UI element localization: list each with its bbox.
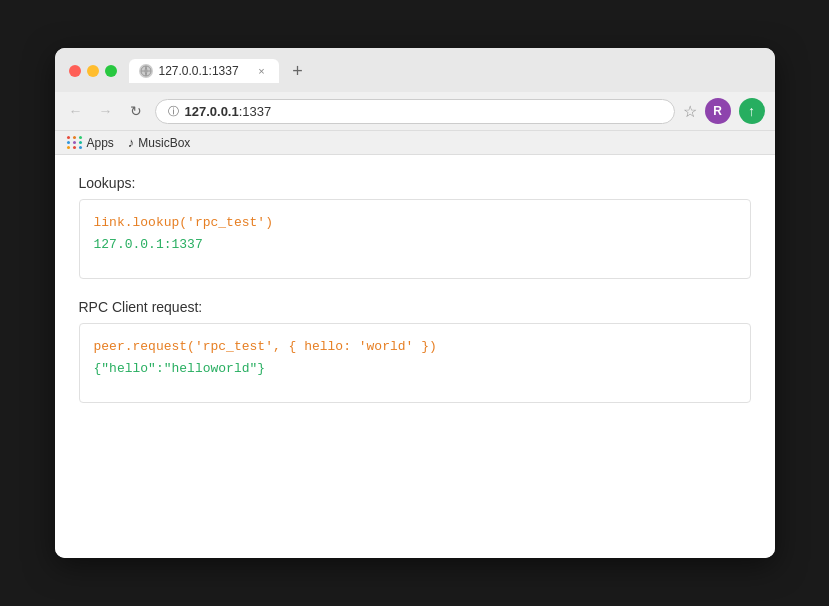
- rpc-code-line-1: peer.request('rpc_test', { hello: 'world…: [94, 336, 736, 358]
- browser-window: 127.0.0.1:1337 × + ← → ↻ ⓘ 127.0.0.1:133…: [55, 48, 775, 558]
- apps-grid-icon: [67, 136, 83, 149]
- new-tab-button[interactable]: +: [285, 58, 311, 84]
- bookmark-apps[interactable]: Apps: [67, 136, 114, 150]
- profile-button[interactable]: R: [705, 98, 731, 124]
- bookmark-musicbox[interactable]: ♪ MusicBox: [128, 135, 191, 150]
- back-button[interactable]: ←: [65, 100, 87, 122]
- forward-button[interactable]: →: [95, 100, 117, 122]
- tab-title: 127.0.0.1:1337: [159, 64, 249, 78]
- rpc-code-line-2: {"hello":"helloworld"}: [94, 358, 736, 380]
- rpc-code-box: peer.request('rpc_test', { hello: 'world…: [79, 323, 751, 403]
- address-suffix: :1337: [239, 104, 272, 119]
- music-icon: ♪: [128, 135, 135, 150]
- tab-close-button[interactable]: ×: [255, 64, 269, 78]
- bookmark-button[interactable]: ☆: [683, 102, 697, 121]
- bookmark-musicbox-label: MusicBox: [138, 136, 190, 150]
- title-bar: 127.0.0.1:1337 × +: [55, 48, 775, 92]
- page-content: Lookups: link.lookup('rpc_test') 127.0.0…: [55, 155, 775, 558]
- tab-bar: 127.0.0.1:1337 × +: [129, 58, 761, 84]
- reload-button[interactable]: ↻: [125, 100, 147, 122]
- close-button[interactable]: [69, 65, 81, 77]
- lookup-code-line-1: link.lookup('rpc_test'): [94, 212, 736, 234]
- rpc-label: RPC Client request:: [79, 299, 751, 315]
- bookmarks-bar: Apps ♪ MusicBox: [55, 131, 775, 155]
- bookmark-apps-label: Apps: [87, 136, 114, 150]
- lock-icon: ⓘ: [168, 104, 179, 119]
- active-tab[interactable]: 127.0.0.1:1337 ×: [129, 59, 279, 83]
- address-bold: 127.0.0.1: [185, 104, 239, 119]
- maximize-button[interactable]: [105, 65, 117, 77]
- minimize-button[interactable]: [87, 65, 99, 77]
- lookups-code-box: link.lookup('rpc_test') 127.0.0.1:1337: [79, 199, 751, 279]
- address-bar-row: ← → ↻ ⓘ 127.0.0.1:1337 ☆ R ↑: [55, 92, 775, 131]
- lookup-code-line-2: 127.0.0.1:1337: [94, 234, 736, 256]
- address-text: 127.0.0.1:1337: [185, 104, 662, 119]
- tab-favicon: [139, 64, 153, 78]
- address-box[interactable]: ⓘ 127.0.0.1:1337: [155, 99, 675, 124]
- extension-button[interactable]: ↑: [739, 98, 765, 124]
- traffic-lights: [69, 65, 117, 77]
- lookups-label: Lookups:: [79, 175, 751, 191]
